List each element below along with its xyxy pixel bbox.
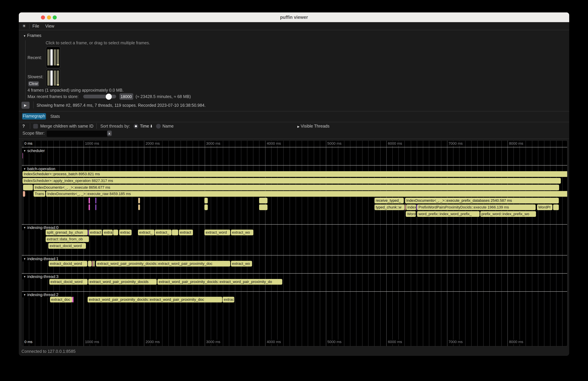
- thread-name: indexing-thread:2: [27, 292, 58, 297]
- flame-bar[interactable]: IndexScheduler>::apply_index_operation 8…: [22, 178, 561, 184]
- flame-bar[interactable]: receive_typed_: [374, 198, 404, 203]
- flame-bar[interactable]: [72, 297, 74, 303]
- flame-bar[interactable]: extract: [179, 230, 193, 235]
- flame-bar[interactable]: [417, 204, 417, 210]
- flame-bar[interactable]: extract_: [138, 230, 154, 235]
- flame-bar[interactable]: extract::data_from_ob: [45, 236, 89, 242]
- flame-bar[interactable]: [95, 198, 96, 203]
- flame-bar[interactable]: IndexScheduler>::process_batch 8953.821 …: [22, 171, 567, 177]
- play-button[interactable]: ▶: [21, 102, 29, 109]
- frames-collapse-header[interactable]: ▼ Frames: [23, 33, 42, 38]
- thread-header[interactable]: ▼indexing-thread:2: [22, 292, 61, 297]
- scope-filter-input[interactable]: [46, 130, 107, 137]
- merge-children-label[interactable]: Merge children with same ID: [40, 124, 93, 128]
- menu-view[interactable]: View: [45, 24, 54, 28]
- sort-name-radio[interactable]: [156, 124, 161, 128]
- flame-bar[interactable]: [88, 230, 89, 235]
- flame-bar[interactable]: [113, 230, 118, 235]
- flame-bar[interactable]: [92, 261, 93, 267]
- minimize-button[interactable]: [47, 15, 51, 19]
- flame-bar[interactable]: extract_word: [204, 230, 230, 235]
- frame-thumbnail-bar[interactable]: [50, 70, 53, 85]
- flame-bar[interactable]: [405, 204, 406, 210]
- flame-bar[interactable]: [23, 191, 25, 197]
- flame-bar[interactable]: extrac: [223, 297, 234, 303]
- frame-thumbnail-bar[interactable]: [57, 70, 59, 85]
- frame-thumbnail-bar[interactable]: [57, 49, 59, 65]
- sort-name-label[interactable]: Name: [162, 124, 174, 128]
- sort-time-radio[interactable]: [134, 124, 138, 128]
- flame-bar[interactable]: WordPr: [537, 204, 552, 210]
- flame-bar[interactable]: word_prefix::index_word_prefix_: [417, 211, 480, 217]
- flame-bar[interactable]: extract_wo: [231, 230, 253, 235]
- frame-thumbnail-bar[interactable]: [47, 49, 49, 65]
- thread-header[interactable]: ▼batch-operation: [22, 167, 57, 171]
- flame-bar[interactable]: PrefixWordPairsProximityDocids::execute …: [417, 204, 536, 210]
- flame-bar[interactable]: extrac: [119, 230, 132, 235]
- flame-bar[interactable]: [259, 204, 268, 210]
- merge-children-checkbox[interactable]: [33, 124, 38, 128]
- max-frames-slider-knob[interactable]: [105, 93, 112, 100]
- flame-bar[interactable]: [138, 204, 140, 210]
- zoom-button[interactable]: [53, 15, 57, 19]
- thread-header[interactable]: ▼indexing-thread:3: [22, 275, 61, 279]
- close-button[interactable]: [41, 15, 45, 19]
- recent-label: Recent:: [27, 55, 42, 60]
- flame-bar[interactable]: [93, 261, 95, 267]
- flame-bar[interactable]: extract_docid_word: [48, 243, 86, 249]
- flame-bar[interactable]: [553, 204, 559, 210]
- flame-bar[interactable]: extract_docid_word: [49, 279, 88, 284]
- flame-bar[interactable]: split_grenad_by_chun: [45, 230, 88, 235]
- flame-bar[interactable]: [172, 230, 178, 235]
- tab-stats[interactable]: Stats: [50, 114, 60, 119]
- flame-bar[interactable]: [23, 185, 33, 190]
- help-button[interactable]: ?: [22, 124, 25, 128]
- flame-bar[interactable]: [259, 198, 268, 203]
- flame-bar[interactable]: extract_word_pair_proximity_docids::extr…: [96, 261, 230, 267]
- flame-bar[interactable]: extract: [89, 230, 102, 235]
- max-frames-value[interactable]: 18000: [119, 93, 133, 100]
- flame-bar[interactable]: extract_wo: [231, 261, 252, 267]
- slowest-frames-thumbnail[interactable]: [46, 69, 61, 87]
- flame-bar[interactable]: extract_doc: [50, 297, 72, 303]
- frame-thumbnail-bar[interactable]: [50, 49, 53, 65]
- flame-bar[interactable]: typed_chunk::w: [374, 204, 404, 210]
- flame-bar[interactable]: IndexDocuments<_, _>::execute 8656.677 m…: [33, 185, 559, 190]
- flame-bar[interactable]: [95, 204, 96, 210]
- flame-bar[interactable]: [89, 204, 90, 210]
- frame-thumbnail-bar[interactable]: [54, 70, 56, 85]
- flame-bar[interactable]: IndexDocuments<_, _>::execute_raw 8459.1…: [46, 191, 567, 197]
- thread-header[interactable]: ▼scheduler: [22, 148, 47, 153]
- scope-filter-clear-button[interactable]: x: [107, 130, 112, 136]
- menu-file[interactable]: File: [32, 24, 39, 28]
- flame-bar[interactable]: IndexDocuments<_, _>::execute_prefix_dat…: [405, 198, 559, 203]
- flame-bar[interactable]: [204, 198, 208, 203]
- flame-bar[interactable]: [138, 198, 140, 203]
- flame-bar[interactable]: extract_docid_word: [49, 261, 87, 267]
- flame-bar[interactable]: [89, 198, 90, 203]
- flamegraph-panel[interactable]: 0 ms1000 ms2000 ms3000 ms4000 ms5000 ms6…: [21, 140, 567, 346]
- clear-button[interactable]: Clear: [28, 81, 39, 86]
- flame-bar[interactable]: Trans: [33, 191, 45, 197]
- flame-bar[interactable]: Word: [406, 211, 416, 217]
- visible-threads-label: Visible Threads: [301, 124, 329, 128]
- sort-direction-arrow-icon[interactable]: ⬇: [150, 124, 153, 128]
- visible-threads-header[interactable]: ▶ Visible Threads: [297, 124, 329, 128]
- thread-header[interactable]: ▼indexing-thread:0: [22, 225, 61, 230]
- flame-bar[interactable]: index: [406, 204, 416, 210]
- flame-bar[interactable]: extract_: [155, 230, 171, 235]
- theme-sun-icon[interactable]: ☀: [22, 23, 26, 28]
- flame-bar[interactable]: extract_word_pair_proximity_docids: [88, 279, 157, 284]
- flame-bar[interactable]: extra: [103, 230, 113, 235]
- sort-time-label[interactable]: Time: [140, 124, 149, 128]
- flame-bar[interactable]: [204, 204, 208, 210]
- frame-thumbnail-bar[interactable]: [47, 70, 49, 85]
- flame-bar[interactable]: prefix_word::index_prefix_wo: [480, 211, 536, 217]
- thread-name: scheduler: [27, 148, 45, 153]
- tab-flamegraph[interactable]: Flamegraph: [22, 113, 46, 119]
- flame-bar[interactable]: extract_word_pair_proximity_docids::extr…: [157, 279, 282, 284]
- flame-bar[interactable]: extract_word_pair_proximity_docids::extr…: [88, 297, 222, 303]
- flame-bar[interactable]: [88, 261, 92, 267]
- frame-thumbnail-bar[interactable]: [54, 49, 56, 65]
- recent-frames-thumbnail[interactable]: [46, 47, 61, 68]
